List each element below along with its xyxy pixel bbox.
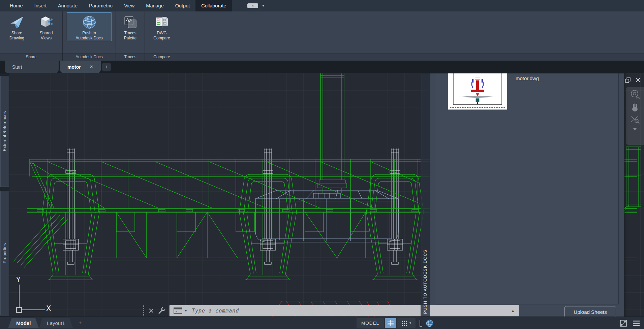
ucs-icon: Y X: [16, 276, 51, 312]
menu-collaborate[interactable]: Collaborate: [195, 0, 232, 11]
tab-label: motor: [67, 64, 81, 70]
ucs-y-label: Y: [16, 276, 21, 284]
button-label: Share: [9, 31, 24, 36]
close-tab-icon[interactable]: ✕: [90, 64, 93, 69]
post-clamps: [63, 239, 403, 264]
svg-text:>_: >_: [175, 310, 179, 313]
menu-manage[interactable]: Manage: [140, 0, 169, 11]
sheets-list: ✔ motor-Layout1.pdf: [436, 44, 619, 304]
share-drawing-button[interactable]: ShareDrawing: [2, 12, 32, 41]
menu-insert[interactable]: Insert: [29, 0, 52, 11]
status-bar: Model Layout1 + MODEL ▼: [0, 317, 644, 329]
navbar-caret-icon[interactable]: [633, 128, 637, 131]
customize-wrench-icon[interactable]: [158, 307, 165, 314]
group-label-traces[interactable]: Traces: [116, 53, 145, 61]
menu-home[interactable]: Home: [4, 0, 29, 11]
menu-parametric[interactable]: Parametric: [83, 0, 118, 11]
external-references-tab[interactable]: External References: [0, 76, 9, 187]
thumbnail-drawing: [452, 68, 503, 106]
close-command-line-icon[interactable]: [149, 308, 154, 313]
tab-label: Start: [12, 64, 22, 70]
sheet-drawing-name: motor.dwg: [516, 74, 539, 83]
properties-tab[interactable]: Properties: [0, 191, 9, 316]
ribbon-collapse-control[interactable]: ▲ ▼: [247, 0, 265, 11]
upload-sheets-button[interactable]: Upload Sheets: [564, 306, 616, 318]
compare-pages-icon: [154, 14, 169, 31]
left-palette-strip: External References Properties: [0, 73, 9, 317]
grid-display-button[interactable]: [385, 318, 396, 328]
pan-hand-icon[interactable]: [630, 103, 640, 112]
paper-plane-icon: [9, 14, 24, 31]
status-divider-icon: [419, 319, 423, 327]
snap-mode-button[interactable]: ▼: [397, 318, 416, 328]
ribbon: ShareDrawing SharedViews Share: [0, 11, 644, 61]
menu-annotate[interactable]: Annotate: [52, 0, 83, 11]
traces-palette-button[interactable]: TracesPalette: [118, 12, 143, 41]
new-layout-button[interactable]: +: [76, 320, 85, 326]
clean-screen-icon[interactable]: [620, 320, 627, 327]
command-line-handle[interactable]: [143, 304, 165, 317]
ribbon-group-compare: DWGCompare Compare: [145, 11, 179, 61]
navigation-wheel-icon[interactable]: 2D: [630, 90, 640, 100]
shared-views-button[interactable]: SharedViews: [32, 12, 60, 41]
snap-dots-icon: [401, 320, 407, 326]
traces-icon: [123, 14, 137, 31]
menu-bar: Home Insert Annotate Parametric View Man…: [0, 0, 644, 11]
group-label-autodesk-docs[interactable]: Autodesk Docs: [63, 53, 116, 61]
command-input[interactable]: Type a command: [192, 308, 239, 314]
navigation-bar[interactable]: 2D: [626, 87, 644, 145]
blue-tank-wireframe: [255, 190, 398, 242]
wheel-2d-label: 2D: [636, 97, 640, 100]
file-tab-bar: Start motor ✕ +: [0, 61, 644, 73]
expand-command-history-icon[interactable]: ▲: [511, 308, 515, 313]
menu-output[interactable]: Output: [170, 0, 196, 11]
button-label: Palette: [124, 36, 136, 41]
button-label: DWG: [153, 31, 170, 36]
ucs-x-label: X: [46, 304, 51, 312]
tab-start[interactable]: Start: [5, 61, 59, 73]
support-posts: [66, 149, 400, 262]
ribbon-group-share: ShareDrawing SharedViews Share: [0, 11, 63, 61]
tab-motor[interactable]: motor ✕: [60, 61, 101, 73]
new-drawing-button[interactable]: +: [102, 63, 111, 71]
drag-handle-icon[interactable]: [143, 305, 144, 316]
zoom-extents-icon[interactable]: [630, 115, 640, 125]
model-space-indicator[interactable]: MODEL: [357, 318, 384, 328]
grid-icon: [387, 320, 394, 327]
button-label: Push to: [75, 31, 103, 36]
chevron-down-icon[interactable]: ▼: [262, 4, 265, 7]
ribbon-group-traces: TracesPalette Traces: [116, 11, 145, 61]
group-label-share[interactable]: Share: [0, 53, 62, 61]
group-label-compare[interactable]: Compare: [145, 53, 179, 61]
cube-share-icon: [39, 14, 54, 31]
layout1-tab[interactable]: Layout1: [39, 318, 73, 328]
autodesk-globe-icon[interactable]: [426, 319, 434, 327]
button-label: Traces: [124, 31, 136, 36]
menu-view[interactable]: View: [118, 0, 140, 11]
button-label: Autodesk Docs: [75, 36, 103, 41]
model-tab[interactable]: Model: [8, 318, 39, 328]
dwg-compare-button[interactable]: DWGCompare: [147, 12, 176, 41]
close-window-icon[interactable]: [635, 77, 641, 83]
button-label: Compare: [153, 36, 170, 41]
ribbon-toggle-icon[interactable]: ▲: [247, 3, 258, 8]
snap-caret-icon[interactable]: ▼: [409, 322, 412, 325]
palette-vertical-title: PUSH TO AUTODESK DOCS: [423, 250, 428, 314]
ribbon-group-autodesk-docs: Push toAutodesk Docs Autodesk Docs: [63, 11, 116, 61]
command-line[interactable]: >_ ▼ Type a command ▲: [170, 305, 519, 316]
button-label: Drawing: [9, 36, 24, 41]
globe-icon: [81, 14, 97, 31]
button-label: Views: [40, 36, 53, 41]
command-prompt-icon[interactable]: >_: [174, 307, 182, 314]
restore-window-icon[interactable]: [625, 77, 631, 83]
button-label: Shared: [40, 31, 53, 36]
customization-menu-icon[interactable]: [633, 320, 640, 326]
push-to-autodesk-docs-button[interactable]: Push toAutodesk Docs: [67, 12, 112, 41]
command-history-caret-icon[interactable]: ▼: [184, 309, 187, 312]
